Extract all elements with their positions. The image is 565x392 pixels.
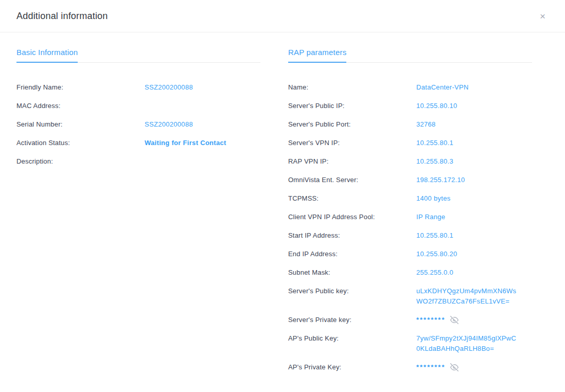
field-value-wrap: ******** (416, 315, 460, 325)
rap-parameters-fields: Name: DataCenter-VPN Server's Public IP:… (288, 82, 532, 372)
field-label: Description: (16, 156, 145, 167)
modal-header: Additional information × (0, 0, 565, 32)
field-value: 32768 (416, 119, 436, 130)
field-label: Server's VPN IP: (288, 138, 416, 148)
basic-information-fields: Friendly Name: SSZ200200088 MAC Address: (16, 82, 260, 167)
field-label: Server's Private key: (288, 315, 416, 325)
field-row: Serial Number: SSZ200200088 (16, 119, 260, 130)
field-value-wrap: 10.255.80.10 (416, 101, 457, 111)
field-value-wrap: 10.255.80.20 (416, 249, 457, 259)
field-label: AP's Public Key: (288, 333, 416, 344)
field-row: Client VPN IP Address Pool: IP Range (288, 212, 532, 222)
field-row: Server's Private key: ******** (288, 315, 532, 325)
section-title-underline: RAP parameters (288, 48, 532, 63)
field-row: Name: DataCenter-VPN (288, 82, 532, 93)
field-value-wrap: SSZ200200088 (145, 119, 193, 130)
eye-off-icon[interactable] (449, 363, 460, 371)
field-label: Subnet Mask: (288, 268, 416, 278)
field-row: OmniVista Ent. Server: 198.255.172.10 (288, 175, 532, 185)
field-value-wrap: 10.255.80.1 (416, 230, 453, 241)
field-value-wrap: SSZ200200088 (145, 82, 193, 93)
field-value: SSZ200200088 (145, 82, 193, 93)
field-row: Server's Public Port: 32768 (288, 119, 532, 130)
field-label: Friendly Name: (16, 82, 145, 93)
field-value: 10.255.80.20 (416, 249, 457, 259)
field-value: SSZ200200088 (145, 119, 193, 130)
field-row: Start IP Address: 10.255.80.1 (288, 230, 532, 241)
field-label: MAC Address: (16, 101, 145, 111)
additional-information-modal: Additional information × Basic Informati… (0, 0, 565, 392)
close-icon[interactable]: × (536, 9, 550, 23)
field-value-wrap: DataCenter-VPN (416, 82, 469, 93)
field-label: Name: (288, 82, 416, 93)
eye-off-icon[interactable] (449, 316, 460, 324)
field-label: AP's Private Key: (288, 362, 416, 372)
field-value: uLxKDHYQgzUm4pvMmXN6WsWO2f7ZBUZCa76FsEL1… (416, 286, 519, 307)
field-value-wrap: IP Range (416, 212, 445, 222)
field-row: Server's Public key: uLxKDHYQgzUm4pvMmXN… (288, 286, 532, 307)
field-value: Waiting for First Contact (145, 138, 226, 148)
field-label: Client VPN IP Address Pool: (288, 212, 416, 222)
field-row: Server's Public IP: 10.255.80.10 (288, 101, 532, 111)
field-value-wrap: 255.255.0.0 (416, 268, 453, 278)
field-row: TCPMSS: 1400 bytes (288, 193, 532, 204)
field-row: End IP Address: 10.255.80.20 (288, 249, 532, 259)
field-value-wrap: Waiting for First Contact (145, 138, 226, 148)
field-value-wrap: 10.255.80.3 (416, 156, 453, 167)
field-value: 10.255.80.3 (416, 156, 453, 167)
section-title-underline: Basic Information (16, 48, 260, 63)
basic-information-section: Basic Information Friendly Name: SSZ2002… (16, 48, 260, 381)
field-row: Description: (16, 156, 260, 167)
field-label: Server's Public IP: (288, 101, 416, 111)
field-label: Server's Public key: (288, 286, 416, 296)
field-label: Start IP Address: (288, 230, 416, 241)
modal-body: Basic Information Friendly Name: SSZ2002… (0, 32, 565, 381)
field-row: Server's VPN IP: 10.255.80.1 (288, 138, 532, 148)
field-value: 1400 bytes (416, 193, 451, 204)
field-label: Serial Number: (16, 119, 145, 130)
field-value-wrap: uLxKDHYQgzUm4pvMmXN6WsWO2f7ZBUZCa76FsEL1… (416, 286, 519, 307)
field-value-wrap: 32768 (416, 119, 436, 130)
field-value: 255.255.0.0 (416, 268, 453, 278)
field-row: MAC Address: (16, 101, 260, 111)
rap-parameters-section: RAP parameters Name: DataCenter-VPN Serv… (288, 48, 532, 381)
field-value-wrap: 10.255.80.1 (416, 138, 453, 148)
field-label: OmniVista Ent. Server: (288, 175, 416, 185)
modal-title: Additional information (16, 11, 108, 22)
field-label: Server's Public Port: (288, 119, 416, 130)
field-label: TCPMSS: (288, 193, 416, 204)
field-row: Activation Status: Waiting for First Con… (16, 138, 260, 148)
field-value: DataCenter-VPN (416, 82, 469, 93)
field-row: AP's Public Key: 7yw/SFmpy2tXJj94IM85glX… (288, 333, 532, 354)
field-value: 198.255.172.10 (416, 175, 465, 185)
section-title-rap-parameters: RAP parameters (288, 48, 346, 63)
section-title-basic-information: Basic Information (16, 48, 78, 63)
field-value: 10.255.80.1 (416, 230, 453, 241)
field-row: RAP VPN IP: 10.255.80.3 (288, 156, 532, 167)
field-value: 10.255.80.1 (416, 138, 453, 148)
field-value-wrap: 1400 bytes (416, 193, 451, 204)
field-row: Friendly Name: SSZ200200088 (16, 82, 260, 93)
field-value: 10.255.80.10 (416, 101, 457, 111)
field-label: Activation Status: (16, 138, 145, 148)
field-row: AP's Private Key: ******** (288, 362, 532, 372)
field-value-wrap: 198.255.172.10 (416, 175, 465, 185)
field-value: ******** (416, 315, 445, 325)
field-value-wrap: ******** (416, 362, 460, 372)
field-row: Subnet Mask: 255.255.0.0 (288, 268, 532, 278)
field-label: RAP VPN IP: (288, 156, 416, 167)
field-value-wrap: 7yw/SFmpy2tXJj94IM85glXPwC0KLdaBAHhQaRLH… (416, 333, 519, 354)
field-value: ******** (416, 362, 445, 372)
field-value: 7yw/SFmpy2tXJj94IM85glXPwC0KLdaBAHhQaRLH… (416, 333, 519, 354)
field-label: End IP Address: (288, 249, 416, 259)
field-value: IP Range (416, 212, 445, 222)
